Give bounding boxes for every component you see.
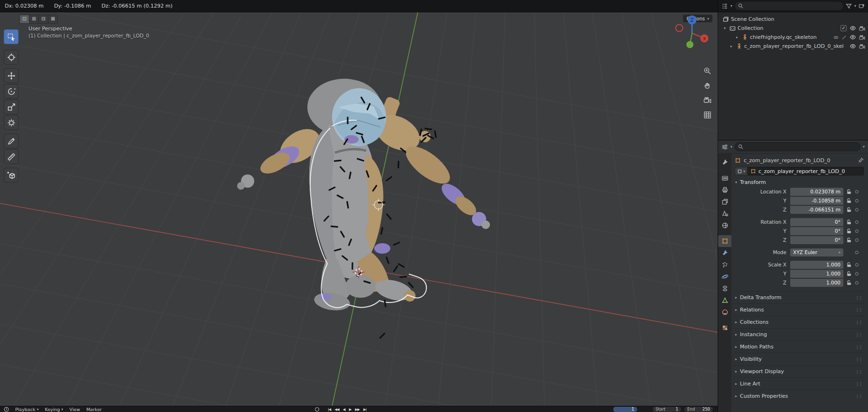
animate-decorator-dot[interactable]: [855, 229, 859, 233]
drag-grip-icon[interactable]: ⋮⋮: [855, 357, 862, 362]
eye-icon[interactable]: [850, 35, 856, 40]
auto-keying-toggle[interactable]: [315, 407, 319, 412]
tab-particles[interactable]: [718, 259, 731, 271]
current-frame-field[interactable]: 1: [613, 407, 637, 412]
properties-editor-icon[interactable]: [721, 144, 728, 150]
lock-open-icon[interactable]: [847, 198, 851, 203]
animate-decorator-dot[interactable]: [855, 190, 859, 193]
chevron-down-icon[interactable]: ▾: [730, 4, 732, 8]
play-button[interactable]: ▶: [349, 407, 351, 412]
outliner-row-chief-skeleton[interactable]: ▸ chiefhighpoly.qc_skeleton: [718, 33, 868, 42]
scale-y-field[interactable]: 1.000: [790, 270, 843, 278]
camera-view-icon[interactable]: [703, 96, 711, 104]
pin-icon[interactable]: [858, 157, 864, 163]
tab-output[interactable]: [718, 184, 731, 196]
tab-render[interactable]: [718, 172, 731, 184]
tab-material[interactable]: [718, 306, 731, 318]
tab-modifiers[interactable]: [718, 247, 731, 259]
outliner-row-collection[interactable]: ▾ Collection ✓: [718, 24, 868, 33]
rotation-mode-dropdown[interactable]: XYZ Euler ▾: [790, 248, 843, 256]
section-instancing[interactable]: ▸Instancing⋮⋮: [733, 328, 865, 340]
lock-open-icon[interactable]: [847, 207, 851, 212]
tab-world[interactable]: [718, 220, 731, 231]
outliner-row-scene-collection[interactable]: Scene Collection: [718, 15, 868, 24]
animate-decorator-dot[interactable]: [855, 272, 859, 275]
transform-tool-button[interactable]: [4, 115, 18, 130]
marker-menu[interactable]: Marker: [86, 407, 102, 412]
select-mode-subtract-button[interactable]: ⊟: [38, 15, 48, 24]
new-collection-icon[interactable]: [859, 3, 865, 9]
disclosure-triangle-icon[interactable]: ▾: [722, 26, 728, 30]
character-model[interactable]: [237, 79, 490, 312]
view-menu[interactable]: View: [69, 407, 80, 412]
drag-grip-icon[interactable]: ⋮⋮: [855, 320, 862, 325]
chevron-down-icon[interactable]: ▾: [730, 145, 732, 149]
camera-icon[interactable]: [859, 44, 865, 49]
location-z-field[interactable]: -0.066151 m: [790, 206, 843, 214]
outliner-row-lod0-skel[interactable]: ▸ c_zom_player_reporter_fb_LOD_0_skel: [718, 42, 868, 51]
section-collections[interactable]: ▸Collections⋮⋮: [733, 316, 865, 328]
drag-grip-icon[interactable]: ⋮⋮: [855, 332, 862, 337]
lock-open-icon[interactable]: [847, 189, 851, 194]
tab-tool[interactable]: [718, 156, 731, 168]
prev-keyframe-button[interactable]: ◀◀: [334, 407, 339, 412]
animate-decorator-dot[interactable]: [855, 281, 859, 284]
outliner-editor-icon[interactable]: [721, 3, 728, 9]
select-mode-extend-button[interactable]: ⊞: [29, 15, 39, 24]
rotate-tool-button[interactable]: [4, 84, 18, 99]
camera-icon[interactable]: [859, 35, 865, 40]
tab-view-layer[interactable]: [718, 196, 731, 208]
section-delta-transform[interactable]: ▸Delta Transform⋮⋮: [733, 291, 865, 303]
lock-open-icon[interactable]: [847, 229, 851, 234]
cursor-tool-button[interactable]: [4, 50, 18, 64]
animate-decorator-dot[interactable]: [855, 208, 859, 211]
section-line-art[interactable]: ▸Line Art⋮⋮: [733, 377, 865, 390]
animate-decorator-dot[interactable]: [855, 238, 859, 242]
location-y-field[interactable]: -0.10858 m: [790, 197, 843, 205]
jump-start-button[interactable]: |◀: [328, 407, 331, 412]
scale-x-field[interactable]: 1.000: [790, 261, 843, 269]
transform-panel-header[interactable]: ▾ Transform: [733, 177, 865, 187]
disclosure-triangle-icon[interactable]: ▸: [729, 44, 734, 48]
gizmo-axis-x-neg[interactable]: [676, 25, 683, 32]
eye-icon[interactable]: [850, 26, 856, 31]
animate-decorator-dot[interactable]: [855, 263, 859, 266]
location-x-field[interactable]: 0.023078 m: [790, 188, 843, 196]
scale-tool-button[interactable]: [4, 100, 18, 114]
lock-open-icon[interactable]: [847, 280, 851, 285]
browse-object-button[interactable]: ▾: [735, 167, 748, 175]
drag-grip-icon[interactable]: ⋮⋮: [855, 345, 862, 349]
rotation-x-field[interactable]: 0°: [790, 218, 843, 226]
timeline-editor[interactable]: Playback▾ Keying▾ View Marker |◀ ◀◀ ◀ ▶ …: [0, 406, 718, 412]
playback-menu[interactable]: Playback▾: [15, 407, 38, 412]
keying-menu[interactable]: Keying▾: [45, 407, 63, 412]
chevron-down-icon[interactable]: ▾: [854, 4, 856, 8]
object-name-field[interactable]: c_zom_player_reporter_fb_LOD_0: [748, 167, 864, 175]
section-motion-paths[interactable]: ▸Motion Paths⋮⋮: [733, 340, 865, 353]
lock-open-icon[interactable]: [847, 271, 851, 276]
tab-texture[interactable]: [718, 322, 731, 334]
pan-hand-icon[interactable]: [703, 81, 711, 90]
tab-scene[interactable]: [718, 208, 731, 220]
lock-open-icon[interactable]: [847, 262, 851, 267]
tab-constraints[interactable]: [718, 283, 731, 294]
chevron-down-icon[interactable]: ▾: [863, 145, 865, 149]
lock-open-icon[interactable]: [847, 220, 851, 225]
eye-icon[interactable]: [850, 44, 856, 49]
tab-object[interactable]: [718, 235, 731, 247]
select-mode-set-button[interactable]: ⊡: [19, 15, 29, 24]
section-custom-properties[interactable]: ▸Custom Properties⋮⋮: [733, 390, 865, 402]
section-relations[interactable]: ▸Relations⋮⋮: [733, 303, 865, 316]
drag-grip-icon[interactable]: ⋮⋮: [855, 295, 862, 300]
filter-funnel-icon[interactable]: [846, 3, 852, 9]
collection-checkbox[interactable]: ✓: [840, 25, 847, 31]
select-mode-intersect-button[interactable]: ⊠: [48, 15, 58, 24]
play-reverse-button[interactable]: ◀: [343, 407, 345, 412]
annotate-tool-button[interactable]: [4, 134, 18, 148]
drag-grip-icon[interactable]: ⋮⋮: [855, 369, 862, 374]
move-tool-button[interactable]: [4, 68, 18, 83]
select-box-tool-button[interactable]: [4, 29, 18, 44]
tab-physics[interactable]: [718, 271, 731, 283]
next-keyframe-button[interactable]: ▶▶: [355, 407, 360, 412]
section-viewport-display[interactable]: ▸Viewport Display⋮⋮: [733, 365, 865, 377]
